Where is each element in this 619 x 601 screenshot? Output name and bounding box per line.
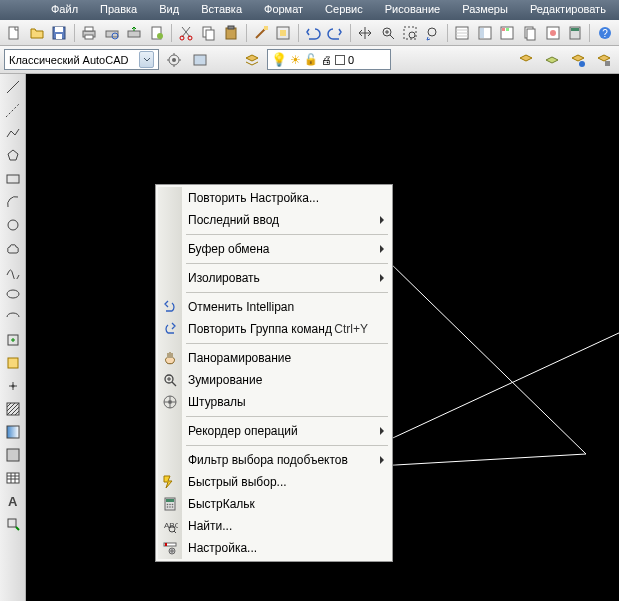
svg-point-63 — [172, 504, 174, 506]
layer-match-button[interactable] — [593, 49, 615, 71]
standard-toolbar: ? — [0, 20, 619, 46]
mtext-tool[interactable]: A — [2, 490, 24, 512]
menu-view[interactable]: Вид — [148, 0, 190, 20]
line-tool[interactable] — [2, 76, 24, 98]
add-selected-tool[interactable] — [2, 513, 24, 535]
ctx-quickcalc[interactable]: БыстрКальк — [158, 493, 390, 515]
layer-previous-button[interactable] — [541, 49, 563, 71]
construction-line-tool[interactable] — [2, 99, 24, 121]
redo-button[interactable] — [325, 22, 346, 44]
revision-cloud-tool[interactable] — [2, 237, 24, 259]
properties-button[interactable] — [452, 22, 473, 44]
sheet-set-button[interactable] — [520, 22, 541, 44]
menu-edit[interactable]: Правка — [89, 0, 148, 20]
menu-tools[interactable]: Сервис — [314, 0, 374, 20]
chevron-right-icon — [380, 245, 384, 253]
menu-file[interactable]: Файл — [40, 0, 89, 20]
zoom-realtime-button[interactable] — [377, 22, 398, 44]
draw-toolbar: A — [0, 74, 26, 601]
spline-tool[interactable] — [2, 260, 24, 282]
svg-point-42 — [579, 61, 585, 67]
polyline-tool[interactable] — [2, 122, 24, 144]
quickcalc-button[interactable] — [565, 22, 586, 44]
print-button[interactable] — [79, 22, 100, 44]
zoom-icon — [162, 372, 178, 388]
ctx-find[interactable]: ABC Найти... — [158, 515, 390, 537]
undo-button[interactable] — [303, 22, 324, 44]
layer-states-button[interactable] — [515, 49, 537, 71]
menu-draw[interactable]: Рисование — [374, 0, 451, 20]
cut-button[interactable] — [176, 22, 197, 44]
block-editor-button[interactable] — [273, 22, 294, 44]
ctx-isolate[interactable]: Изолировать — [158, 267, 390, 289]
layer-name: 0 — [348, 54, 354, 66]
insert-block-tool[interactable] — [2, 329, 24, 351]
svg-rect-41 — [194, 55, 206, 65]
circle-tool[interactable] — [2, 214, 24, 236]
pan-button[interactable] — [355, 22, 376, 44]
chevron-right-icon — [380, 427, 384, 435]
zoom-window-button[interactable] — [400, 22, 421, 44]
markup-button[interactable] — [542, 22, 563, 44]
svg-rect-53 — [7, 473, 19, 483]
publish-button[interactable] — [124, 22, 145, 44]
ctx-undo[interactable]: Отменить Intellipan — [158, 296, 390, 318]
plot-styles-button[interactable] — [146, 22, 167, 44]
ctx-repeat[interactable]: Повторить Настройка... — [158, 187, 390, 209]
layer-iso-button[interactable] — [567, 49, 589, 71]
arc-tool[interactable] — [2, 191, 24, 213]
point-tool[interactable] — [2, 375, 24, 397]
ctx-pan[interactable]: Панорамирование — [158, 347, 390, 369]
region-tool[interactable] — [2, 444, 24, 466]
menu-modify[interactable]: Редактировать — [519, 0, 617, 20]
svg-rect-32 — [527, 29, 535, 40]
table-tool[interactable] — [2, 467, 24, 489]
svg-rect-6 — [85, 35, 93, 39]
save-button[interactable] — [49, 22, 70, 44]
layer-props-button[interactable] — [241, 49, 263, 71]
copy-button[interactable] — [198, 22, 219, 44]
svg-rect-15 — [206, 30, 214, 40]
paste-button[interactable] — [221, 22, 242, 44]
workspace-settings-button[interactable] — [163, 49, 185, 71]
open-button[interactable] — [27, 22, 48, 44]
ctx-clipboard[interactable]: Буфер обмена — [158, 238, 390, 260]
options-icon — [162, 540, 178, 556]
ctx-steering-wheels[interactable]: Штурвалы — [158, 391, 390, 413]
context-menu: Повторить Настройка... Последний ввод Бу… — [155, 184, 393, 562]
svg-point-61 — [167, 504, 169, 506]
chevron-right-icon — [380, 456, 384, 464]
menu-format[interactable]: Формат — [253, 0, 314, 20]
new-button[interactable] — [4, 22, 25, 44]
svg-rect-20 — [280, 30, 286, 36]
design-center-button[interactable] — [475, 22, 496, 44]
ctx-subobject-filter[interactable]: Фильтр выбора подобъектов — [158, 449, 390, 471]
workspace-combo[interactable]: Классический AutoCAD — [4, 49, 159, 70]
my-workspace-button[interactable] — [189, 49, 211, 71]
tool-palettes-button[interactable] — [497, 22, 518, 44]
ctx-last-input[interactable]: Последний ввод — [158, 209, 390, 231]
print-preview-button[interactable] — [101, 22, 122, 44]
zoom-previous-button[interactable] — [422, 22, 443, 44]
gradient-tool[interactable] — [2, 421, 24, 443]
menu-insert[interactable]: Вставка — [190, 0, 253, 20]
secondary-toolbar: Классический AutoCAD 💡 ☀ 🔓 🖨 0 — [0, 46, 619, 74]
layer-combo[interactable]: 💡 ☀ 🔓 🖨 0 — [267, 49, 391, 70]
make-block-tool[interactable] — [2, 352, 24, 374]
rectangle-tool[interactable] — [2, 168, 24, 190]
menu-dimension[interactable]: Размеры — [451, 0, 519, 20]
svg-rect-55 — [8, 519, 16, 527]
ctx-action-recorder[interactable]: Рекордер операций — [158, 420, 390, 442]
ctx-options[interactable]: Настройка... — [158, 537, 390, 559]
svg-rect-18 — [264, 26, 268, 30]
match-props-button[interactable] — [251, 22, 272, 44]
svg-point-40 — [172, 58, 176, 62]
ctx-zoom[interactable]: Зумирование — [158, 369, 390, 391]
ellipse-arc-tool[interactable] — [2, 306, 24, 328]
help-button[interactable]: ? — [594, 22, 615, 44]
ellipse-tool[interactable] — [2, 283, 24, 305]
ctx-quick-select[interactable]: Быстрый выбор... — [158, 471, 390, 493]
hatch-tool[interactable] — [2, 398, 24, 420]
polygon-tool[interactable] — [2, 145, 24, 167]
ctx-redo[interactable]: Повторить Группа команд Ctrl+Y — [158, 318, 390, 340]
